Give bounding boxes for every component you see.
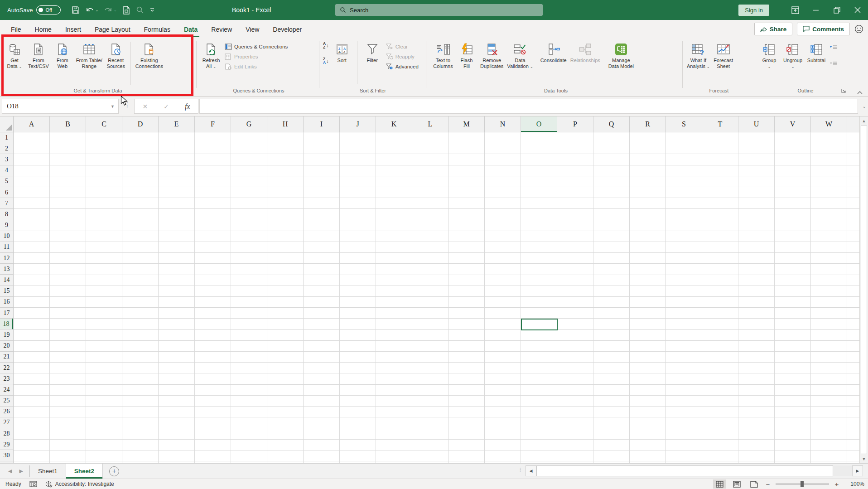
tab-view[interactable]: View: [240, 26, 265, 37]
filter-button[interactable]: Filter: [361, 39, 384, 63]
restore-button[interactable]: [826, 0, 847, 20]
row-header-22[interactable]: 22: [0, 363, 13, 373]
row-header-3[interactable]: 3: [0, 154, 13, 165]
column-header-J[interactable]: J: [340, 116, 376, 132]
row-header-2[interactable]: 2: [0, 143, 13, 154]
column-header-D[interactable]: D: [122, 116, 159, 132]
sort-descending-button[interactable]: ZA↓: [322, 56, 330, 65]
sort-ascending-button[interactable]: AZ↓: [322, 41, 330, 50]
edit-links-button[interactable]: Edit Links: [223, 62, 289, 72]
column-header-Q[interactable]: Q: [593, 116, 630, 132]
row-header-5[interactable]: 5: [0, 176, 13, 187]
close-button[interactable]: [847, 0, 868, 20]
column-header-I[interactable]: I: [304, 116, 340, 132]
column-header-R[interactable]: R: [630, 116, 666, 132]
clear-filter-button[interactable]: Clear: [384, 42, 420, 52]
column-header-T[interactable]: T: [702, 116, 738, 132]
vertical-scrollbar[interactable]: ▲ ▼: [859, 116, 868, 463]
relationships-button[interactable]: Relationships: [569, 39, 602, 63]
group-button[interactable]: Group⌄: [757, 39, 781, 70]
from-text-csv-button[interactable]: FromText/CSV: [26, 39, 51, 69]
zoom-level[interactable]: 100%: [844, 481, 864, 487]
scroll-up-button[interactable]: ▲: [860, 116, 868, 125]
page-break-preview-button[interactable]: [747, 479, 760, 489]
tab-developer[interactable]: Developer: [267, 26, 307, 37]
column-header-N[interactable]: N: [485, 116, 521, 132]
advanced-filter-button[interactable]: Advanced: [384, 62, 420, 72]
ribbon-display-options-button[interactable]: [785, 0, 805, 20]
autosave-toggle[interactable]: AutoSave Off: [7, 5, 61, 15]
qat-search-button[interactable]: [136, 6, 144, 14]
row-header-24[interactable]: 24: [0, 384, 13, 395]
hide-detail-button[interactable]: [828, 59, 839, 69]
subtotal-button[interactable]: Subtotal: [805, 39, 828, 63]
row-header-13[interactable]: 13: [0, 264, 13, 275]
scroll-down-button[interactable]: ▼: [860, 455, 868, 463]
outline-dialog-launcher[interactable]: [841, 88, 847, 94]
column-header-P[interactable]: P: [557, 116, 593, 132]
row-header-16[interactable]: 16: [0, 297, 13, 308]
customize-qat-button[interactable]: [149, 7, 155, 13]
column-header-B[interactable]: B: [50, 116, 86, 132]
name-box[interactable]: O18 ▼: [2, 99, 119, 114]
row-header-25[interactable]: 25: [0, 396, 13, 407]
row-header-4[interactable]: 4: [0, 165, 13, 176]
share-button[interactable]: Share: [754, 23, 793, 35]
column-header-G[interactable]: G: [231, 116, 267, 132]
collapse-ribbon-button[interactable]: [857, 91, 863, 94]
column-header-S[interactable]: S: [666, 116, 702, 132]
column-header-L[interactable]: L: [412, 116, 448, 132]
formula-bar-grip[interactable]: ⋮: [124, 101, 130, 108]
row-header-14[interactable]: 14: [0, 275, 13, 286]
row-header-12[interactable]: 12: [0, 253, 13, 264]
autosave-switch[interactable]: Off: [36, 5, 61, 15]
horizontal-scrollbar[interactable]: ◀ ▶: [526, 465, 863, 477]
get-data-button[interactable]: GetData ⌄: [3, 39, 26, 70]
column-header-C[interactable]: C: [86, 116, 122, 132]
row-header-19[interactable]: 19: [0, 329, 13, 340]
cancel-entry-button[interactable]: ✕: [142, 103, 148, 110]
row-header-28[interactable]: 28: [0, 428, 13, 439]
tab-formulas[interactable]: Formulas: [139, 26, 176, 37]
row-header-9[interactable]: 9: [0, 220, 13, 231]
row-header-1[interactable]: 1: [0, 132, 13, 143]
new-sheet-button[interactable]: +: [109, 466, 119, 476]
sort-button[interactable]: ZAAZ Sort: [330, 39, 354, 63]
select-all-button[interactable]: [0, 116, 14, 132]
row-header-18[interactable]: 18: [0, 319, 13, 329]
row-header-21[interactable]: 21: [0, 352, 13, 363]
show-detail-button[interactable]: [828, 43, 839, 53]
tab-insert[interactable]: Insert: [60, 26, 87, 37]
insert-function-button[interactable]: fx: [185, 102, 190, 111]
accessibility-status[interactable]: Accessibility: Investigate: [45, 481, 114, 488]
row-header-6[interactable]: 6: [0, 187, 13, 198]
recent-sources-button[interactable]: RecentSources: [104, 39, 128, 69]
column-header-A[interactable]: A: [14, 116, 50, 132]
column-header-M[interactable]: M: [448, 116, 485, 132]
row-header-17[interactable]: 17: [0, 308, 13, 319]
existing-connections-button[interactable]: ExistingConnections: [134, 39, 165, 69]
comments-button[interactable]: Comments: [797, 23, 850, 35]
what-if-analysis-button[interactable]: ? What-IfAnalysis ⌄: [685, 39, 712, 70]
forecast-sheet-button[interactable]: ForecastSheet: [712, 39, 735, 69]
refresh-all-button[interactable]: RefreshAll ⌄: [199, 39, 223, 70]
column-header-H[interactable]: H: [267, 116, 304, 132]
column-header-V[interactable]: V: [775, 116, 811, 132]
sheet-tab-sheet1[interactable]: Sheet1: [30, 464, 66, 479]
sign-in-button[interactable]: Sign in: [738, 5, 769, 16]
row-header-7[interactable]: 7: [0, 198, 13, 209]
column-header-U[interactable]: U: [738, 116, 775, 132]
scroll-right-button[interactable]: ▶: [852, 465, 863, 476]
formula-input[interactable]: [199, 99, 858, 114]
scroll-left-button[interactable]: ◀: [526, 465, 536, 476]
sheet-tab-sheet2[interactable]: Sheet2: [66, 464, 103, 479]
row-header-29[interactable]: 29: [0, 439, 13, 450]
normal-view-button[interactable]: [713, 479, 726, 489]
worksheet-grid[interactable]: ABCDEFGHIJKLMNOPQRSTUVW 1234567891011121…: [0, 116, 859, 463]
column-header-W[interactable]: W: [811, 116, 847, 132]
undo-button[interactable]: ⌄: [85, 6, 98, 14]
row-header-20[interactable]: 20: [0, 341, 13, 352]
queries-connections-button[interactable]: Queries & Connections: [223, 42, 289, 52]
row-header-15[interactable]: 15: [0, 286, 13, 297]
from-web-button[interactable]: FromWeb: [51, 39, 74, 69]
